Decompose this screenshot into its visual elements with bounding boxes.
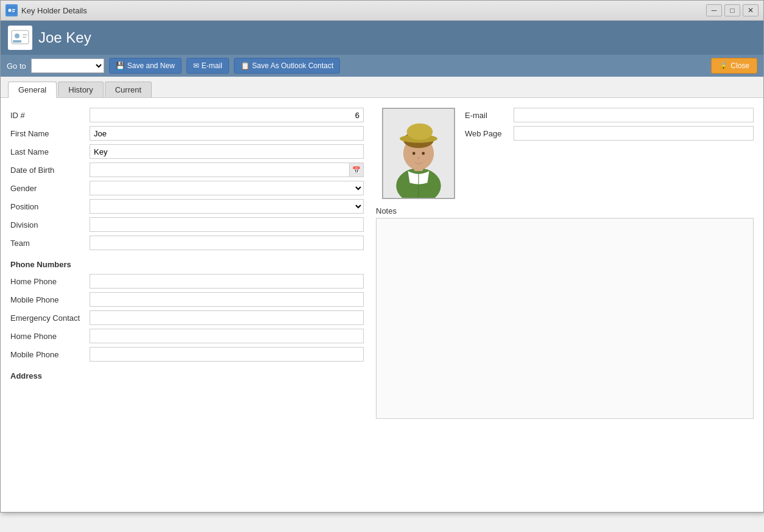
mobile-phone-label: Mobile Phone — [10, 295, 90, 304]
dob-calendar-button[interactable]: 📅 — [349, 163, 364, 177]
division-row: Division — [10, 217, 364, 232]
minimize-button[interactable]: ─ — [706, 4, 722, 16]
id-row: ID # — [10, 108, 364, 122]
gender-label: Gender — [10, 184, 90, 193]
position-select[interactable] — [90, 199, 364, 214]
webpage-input[interactable] — [514, 126, 754, 141]
svg-rect-8 — [23, 37, 26, 38]
lastname-row: Last Name — [10, 144, 364, 159]
team-row: Team — [10, 236, 364, 250]
header-icon — [8, 26, 32, 50]
close-label: Close — [730, 61, 749, 70]
content-area: ID # First Name Last Name Date of Birth — [1, 98, 763, 512]
svg-point-5 — [15, 33, 19, 38]
right-column: E-mail Web Page Notes — [376, 108, 754, 421]
mobile-phone-row: Mobile Phone — [10, 292, 364, 307]
main-window: Key Holder Details ─ □ ✕ Joe Key Go to 💾 — [0, 0, 764, 513]
window-title: Key Holder Details — [21, 6, 87, 15]
team-input[interactable] — [90, 236, 364, 250]
avatar-image — [383, 109, 454, 198]
maximize-button[interactable]: □ — [724, 4, 740, 16]
email-web-section: E-mail Web Page — [465, 108, 754, 199]
position-row: Position — [10, 199, 364, 214]
ec-mobile-phone-input[interactable] — [90, 347, 364, 362]
outlook-icon: 📋 — [241, 61, 250, 70]
gender-row: Gender Male Female Other — [10, 181, 364, 195]
emergency-contact-input[interactable] — [90, 310, 364, 325]
goto-select[interactable] — [31, 58, 104, 73]
save-outlook-button[interactable]: 📋 Save As Outlook Contact — [234, 58, 340, 74]
ec-home-phone-input[interactable] — [90, 329, 364, 343]
window-close-button[interactable]: ✕ — [743, 4, 759, 16]
svg-rect-6 — [13, 40, 21, 43]
home-phone-label: Home Phone — [10, 277, 90, 286]
lastname-input[interactable] — [90, 144, 364, 159]
email-label: E-mail — [202, 61, 222, 70]
toolbar: Go to 💾 Save and New ✉ E-mail 📋 Save As … — [1, 55, 763, 77]
svg-rect-2 — [12, 9, 15, 10]
phone-section-heading: Phone Numbers — [10, 260, 364, 269]
email-label: E-mail — [465, 111, 514, 120]
save-outlook-label: Save As Outlook Contact — [252, 61, 333, 70]
email-button[interactable]: ✉ E-mail — [186, 58, 229, 74]
ec-home-phone-row: Home Phone — [10, 329, 364, 343]
avatar-container — [383, 109, 454, 198]
save-new-icon: 💾 — [116, 61, 125, 70]
firstname-label: First Name — [10, 129, 90, 138]
home-phone-input[interactable] — [90, 274, 364, 289]
id-input[interactable] — [90, 108, 364, 122]
title-controls: ─ □ ✕ — [706, 4, 759, 16]
svg-point-16 — [412, 152, 416, 155]
header-section: Joe Key — [1, 21, 763, 55]
email-icon: ✉ — [193, 61, 199, 70]
svg-rect-7 — [23, 34, 27, 35]
title-bar: Key Holder Details ─ □ ✕ — [1, 1, 763, 21]
firstname-row: First Name — [10, 126, 364, 141]
ec-mobile-phone-row: Mobile Phone — [10, 347, 364, 362]
left-column: ID # First Name Last Name Date of Birth — [10, 108, 364, 421]
svg-point-15 — [407, 124, 433, 140]
dob-input[interactable] — [90, 163, 349, 177]
tab-general[interactable]: General — [8, 82, 57, 98]
webpage-label: Web Page — [465, 129, 514, 138]
svg-point-1 — [9, 9, 12, 12]
photo-email-row: E-mail Web Page — [376, 108, 754, 199]
division-input[interactable] — [90, 217, 364, 232]
tab-bar: General History Current — [1, 77, 763, 98]
photo-box — [382, 108, 455, 199]
notes-textarea[interactable] — [376, 218, 754, 419]
gender-select[interactable]: Male Female Other — [90, 181, 364, 195]
goto-label: Go to — [7, 61, 26, 71]
home-phone-row: Home Phone — [10, 274, 364, 289]
team-label: Team — [10, 239, 90, 248]
division-label: Division — [10, 220, 90, 229]
person-name: Joe Key — [38, 29, 91, 46]
emergency-contact-row: Emergency Contact — [10, 310, 364, 325]
ec-home-phone-label: Home Phone — [10, 332, 90, 341]
save-new-label: Save and New — [127, 61, 175, 70]
dob-row: Date of Birth 📅 — [10, 163, 364, 177]
notes-label: Notes — [376, 206, 754, 215]
mobile-phone-input[interactable] — [90, 292, 364, 307]
emergency-contact-label: Emergency Contact — [10, 313, 90, 323]
svg-point-18 — [417, 157, 420, 159]
tab-current[interactable]: Current — [105, 82, 152, 97]
lastname-label: Last Name — [10, 147, 90, 156]
email-input[interactable] — [514, 108, 754, 122]
position-label: Position — [10, 202, 90, 211]
svg-point-17 — [422, 152, 425, 155]
svg-rect-3 — [12, 11, 15, 12]
id-label: ID # — [10, 111, 90, 120]
tab-history[interactable]: History — [58, 82, 103, 97]
form-layout: ID # First Name Last Name Date of Birth — [10, 108, 754, 421]
address-section-heading: Address — [10, 371, 364, 380]
dob-label: Date of Birth — [10, 166, 90, 175]
window-icon — [5, 4, 18, 16]
close-icon: 🔒 — [719, 61, 728, 70]
save-new-button[interactable]: 💾 Save and New — [109, 58, 182, 74]
close-button[interactable]: 🔒 Close — [711, 58, 757, 74]
dob-wrapper: 📅 — [90, 163, 364, 177]
firstname-input[interactable] — [90, 126, 364, 141]
title-bar-left: Key Holder Details — [5, 4, 87, 16]
ec-mobile-phone-label: Mobile Phone — [10, 350, 90, 359]
